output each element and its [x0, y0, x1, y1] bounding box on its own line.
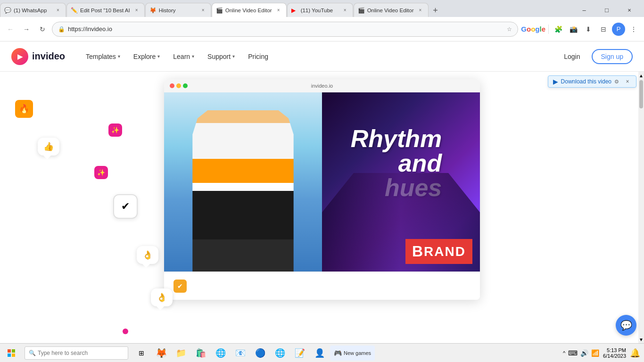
okhand-bubble-2: 👌	[151, 288, 173, 306]
network-icon[interactable]: 📶	[591, 349, 599, 357]
new-tab-button[interactable]: +	[429, 4, 442, 17]
tab-history-label: History	[159, 8, 197, 13]
maximize-button[interactable]: □	[596, 3, 618, 17]
forward-button[interactable]: →	[20, 23, 33, 36]
chrome-icon[interactable]: 🔵	[251, 344, 270, 362]
back-button[interactable]: ←	[4, 23, 17, 36]
download-video-bar[interactable]: ▶ Download this video ⚙ ×	[548, 75, 636, 88]
start-button[interactable]	[0, 344, 23, 362]
firefox-icon[interactable]: 🦊	[152, 344, 171, 362]
scroll-down-button[interactable]: ▼	[638, 336, 644, 343]
notification-button[interactable]: 🔔	[630, 348, 640, 358]
scrollbar[interactable]: ▲ ▼	[638, 72, 644, 343]
tab-youtube[interactable]: ▶ (11) YouTube ×	[287, 3, 353, 17]
sidebar-icon[interactable]: ⊟	[597, 23, 610, 36]
tab-whatsapp-close[interactable]: ×	[54, 7, 62, 14]
nav-pricing-label: Pricing	[248, 53, 268, 60]
download-play-icon: ▶	[553, 78, 558, 85]
okhand-icon-2: 👌	[151, 288, 173, 306]
chrome-icon-2[interactable]: 🌐	[271, 344, 289, 362]
nav-support[interactable]: Support ▾	[202, 49, 240, 64]
tab-invideo-active-close[interactable]: ×	[275, 7, 282, 14]
scrollbar-thumb[interactable]	[639, 80, 643, 108]
nav-explore[interactable]: Explore ▾	[128, 49, 165, 64]
nav-explore-label: Explore	[133, 53, 156, 60]
word-icon[interactable]: 📝	[290, 344, 309, 362]
url-input[interactable]: 🔒 https://invideo.io ☆	[52, 22, 518, 37]
download-video-label: Download this video	[561, 78, 611, 85]
nav-learn-label: Learn	[173, 53, 190, 60]
minimize-button[interactable]: –	[573, 3, 595, 17]
pink-dot	[123, 329, 128, 334]
bookmark-icon[interactable]: ☆	[507, 26, 512, 33]
system-clock[interactable]: 5:13 PM 6/14/2023	[603, 347, 626, 359]
mail-icon[interactable]: 📧	[231, 344, 250, 362]
tab-edit-post-label: Edit Post "10 Best AI	[80, 8, 130, 13]
brand-text: RAND	[424, 244, 466, 259]
screenshot-icon[interactable]: 📸	[567, 23, 580, 36]
scroll-up-button[interactable]: ▲	[638, 72, 644, 79]
download-bar-close[interactable]: ×	[624, 78, 631, 85]
keyboard-icon[interactable]: ⌨	[568, 349, 578, 357]
tab-whatsapp[interactable]: 💬 (1) WhatsApp ×	[0, 3, 66, 17]
close-button[interactable]: ×	[619, 3, 640, 17]
tab-invideo-2[interactable]: 🎬 Online Video Editor ×	[354, 3, 429, 17]
learn-chevron: ▾	[192, 54, 194, 59]
tab-whatsapp-label: (1) WhatsApp	[14, 8, 51, 13]
svg-rect-0	[8, 349, 11, 353]
taskbar-search[interactable]: 🔍	[25, 346, 128, 360]
task-view-button[interactable]: ⊞	[132, 344, 151, 362]
tab-invideo-active[interactable]: 🎬 Online Video Editor ×	[212, 3, 287, 17]
support-chevron: ▾	[232, 54, 235, 59]
tab-edit-post-close[interactable]: ×	[133, 7, 140, 14]
speaker-icon[interactable]: 🔊	[580, 349, 588, 357]
video-right-panel: Rhythm and hues B RAND	[322, 92, 480, 272]
window-dot-green	[183, 83, 188, 88]
nav-learn[interactable]: Learn ▾	[167, 49, 200, 64]
edge-icon[interactable]: 🌐	[211, 344, 230, 362]
download-icon[interactable]: ⬇	[582, 23, 595, 36]
fire-bubble: 🔥	[15, 100, 33, 118]
reload-button[interactable]: ↻	[36, 23, 49, 36]
video-container: invideo.io	[164, 79, 480, 300]
person-icon[interactable]: 👤	[310, 344, 329, 362]
profile-avatar[interactable]: P	[612, 23, 625, 36]
video-left-panel	[164, 92, 322, 272]
download-bar-settings[interactable]: ⚙	[614, 79, 619, 85]
search-input[interactable]	[38, 350, 124, 356]
invideo-logo[interactable]: ▶ invideo	[11, 48, 65, 65]
menu-icon[interactable]: ⋮	[627, 23, 640, 36]
youtube-favicon: ▶	[291, 7, 298, 14]
chat-support-button[interactable]: 💬	[616, 315, 636, 336]
nav-pricing[interactable]: Pricing	[242, 49, 274, 64]
tab-history[interactable]: 🦊 History ×	[145, 3, 211, 17]
sparkles-icon-2: ✨	[94, 166, 108, 179]
signup-button[interactable]: Sign up	[592, 49, 633, 64]
whatsapp-favicon: 💬	[4, 7, 11, 14]
toolbar-divider	[548, 25, 549, 34]
taskbar-app-icons: ⊞ 🦊 📁 🛍️ 🌐 📧 🔵 🌐 📝 👤 🎮 New games	[132, 344, 375, 362]
clock-time: 5:13 PM	[607, 347, 626, 353]
invideo-logo-text: invideo	[32, 51, 65, 62]
tab-youtube-close[interactable]: ×	[341, 7, 349, 14]
google-lens-icon[interactable]: Google	[521, 25, 545, 33]
tab-edit-post[interactable]: ✏️ Edit Post "10 Best AI ×	[66, 3, 145, 17]
tray-expand[interactable]: ^	[563, 350, 565, 356]
clock-date: 6/14/2023	[603, 353, 626, 359]
invideo-2-favicon: 🎬	[358, 7, 364, 14]
toolbar-right: Google 🧩 📸 ⬇ ⊟ P ⋮	[521, 23, 640, 36]
taskbar-right: ^ ⌨ 🔊 📶 5:13 PM 6/14/2023 🔔	[563, 347, 644, 359]
login-button[interactable]: Login	[558, 49, 586, 64]
page-content: ▶ invideo Templates ▾ Explore ▾ Learn ▾ …	[0, 41, 644, 343]
extensions-icon[interactable]: 🧩	[552, 23, 565, 36]
file-explorer-icon[interactable]: 📁	[172, 344, 190, 362]
tab-history-close[interactable]: ×	[199, 7, 207, 14]
checkmark-icon: ✔	[113, 194, 138, 219]
fire-icon: 🔥	[15, 100, 33, 118]
nav-templates[interactable]: Templates ▾	[80, 49, 126, 64]
tab-invideo-2-close[interactable]: ×	[417, 7, 424, 14]
ms-store-icon[interactable]: 🛍️	[191, 344, 210, 362]
invideo-logo-icon: ▶	[11, 48, 28, 65]
new-games-button[interactable]: 🎮 New games	[330, 346, 375, 361]
bottom-check-tick: ✔	[173, 280, 187, 293]
